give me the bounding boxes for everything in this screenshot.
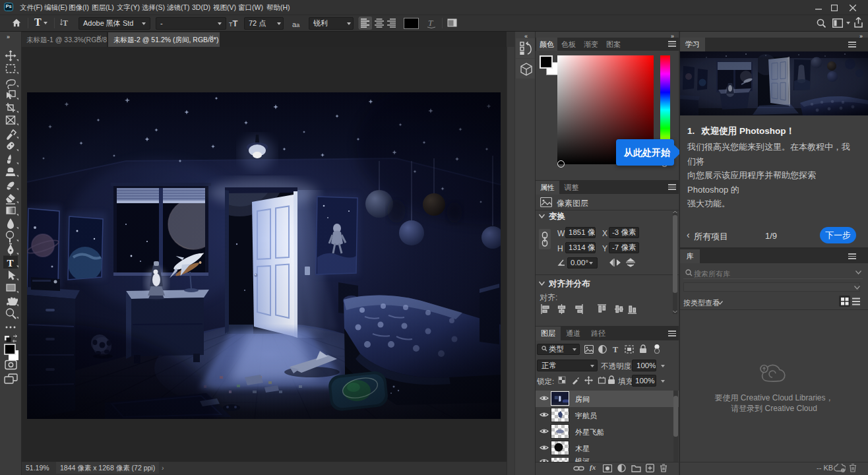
svg-text:!: !	[842, 468, 843, 472]
svg-text:»: »	[7, 34, 10, 40]
svg-text:T: T	[428, 18, 433, 28]
svg-text:T: T	[7, 258, 14, 269]
svg-text:T: T	[63, 18, 68, 28]
